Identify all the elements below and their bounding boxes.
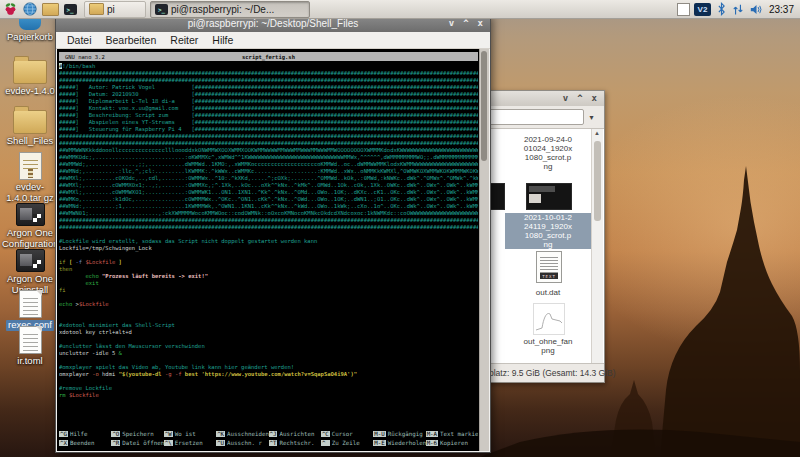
terminal-line: #remove Lockfile — [59, 385, 478, 392]
terminal-launcher-icon[interactable]: >_ — [60, 1, 80, 17]
desktop-icon-shell-files[interactable]: Shell_Files — [2, 106, 58, 147]
terminal-line: ##WMNd;,..........:llc,^,;cl:.........lK… — [59, 168, 478, 175]
terminal-line: ##WMWN01;.....................,:ckXWMMMM… — [59, 210, 478, 217]
menu-reiter[interactable]: Reiter — [163, 34, 205, 46]
document-icon — [19, 290, 42, 318]
terminal-line: Lockfile=/tmp/Schwingen_Lock — [59, 245, 478, 252]
desktop-icon-argon-one-configuration[interactable]: Argon One Configuration — [2, 198, 58, 249]
terminal-line: ##WMNd:,.........;1,..................1K… — [59, 203, 478, 210]
nano-shortcut-hilfe: ^GHilfe — [59, 431, 111, 440]
fm-scrollbar[interactable]: ▲ — [591, 129, 603, 364]
terminal-title: pi@raspberrypi: ~/Desktop/Shell_Files — [56, 18, 490, 29]
terminal-minimize-button[interactable]: v — [449, 19, 454, 28]
terminal-line: ##WMMKOdc;,...........................:o… — [59, 154, 478, 161]
nano-shortcut-datei-ffnen: ^RDatei öffnen — [111, 440, 163, 449]
terminal-line: unclutter -idle 5 & — [59, 350, 478, 357]
nano-shortcut-kopieren: M-6Kopieren — [426, 440, 478, 449]
desktop-icon-label: ir.toml — [17, 356, 42, 367]
nano-shortcut-ersetzen: ^\Ersetzen — [164, 440, 216, 449]
terminal-window: pi@raspberrypi: ~/Desktop/Shell_Files v … — [55, 14, 491, 453]
terminal-line: echo "Prozess läuft bereits -> exit!" — [59, 273, 478, 280]
task-button-label: pi — [107, 4, 115, 15]
terminal-close-button[interactable]: x — [478, 19, 483, 28]
desktop-icon-label: Papierkorb — [7, 32, 53, 43]
network-updown-icon[interactable] — [732, 3, 744, 16]
web-browser-icon[interactable] — [20, 1, 40, 17]
terminal-line: ##WMXl;,........cOWMMXOx1;..,;,.......:O… — [59, 182, 478, 189]
desktop-icon-label: Shell_Files — [7, 136, 53, 147]
terminal-line — [59, 315, 478, 322]
folder-icon — [13, 110, 47, 134]
terminal-line — [59, 378, 478, 385]
terminal-menubar: DateiBearbeitenReiterHilfe — [56, 32, 490, 49]
fm-scrollbar-thumb[interactable] — [594, 141, 601, 221]
nano-shortcut-text-markieren: M-AText markieren — [426, 431, 478, 440]
terminal-scrollbar[interactable] — [479, 49, 489, 451]
terminal-line: omxplayer -o hdmi "$(youtube-dl -g -f be… — [59, 371, 478, 378]
document-icon — [19, 326, 42, 354]
terminal-line: ##WMXl;,.........cOKOdc,..,cdl,.......:O… — [59, 175, 478, 182]
terminal-line: ##WMMWWNKkkddooollcccccccccccccclllooodd… — [59, 147, 478, 154]
nano-shortcut-zu-zeile: ^_Zu Zeile — [321, 440, 373, 449]
fm-maximize-button[interactable]: ^ — [577, 94, 582, 103]
menu-datei[interactable]: Datei — [60, 34, 99, 46]
fm-close-button[interactable]: x — [592, 94, 597, 103]
file-item-scrot-1001-selected[interactable]: 2021-10-01-2 24119_1920x 1080_scrot.p ng — [505, 213, 591, 249]
cpu-monitor[interactable] — [677, 3, 690, 16]
desktop-icon-evdev-1-4-0[interactable]: evdev-1.4.0 — [2, 56, 58, 97]
desktop-icon-label: evdev-1.4.0 — [5, 86, 55, 97]
fm-address-dropdown-button[interactable]: ▾ — [584, 109, 599, 125]
task-button-label: pi@raspberrypi: ~/De... — [171, 4, 274, 15]
file-thumbnail-scrot-1001[interactable] — [526, 183, 572, 210]
terminal-icon: >_ — [155, 4, 168, 15]
terminal-line: if [ -f $Lockfile ] — [59, 259, 478, 266]
nano-shortcut-speichern: ^OSpeichern — [111, 431, 163, 440]
terminal-line: #####] Diplomarbeit L-Tel 18 di-a [#####… — [59, 98, 478, 105]
desktop-icon-rexec-conf[interactable]: rexec.conf — [2, 290, 58, 331]
fm-minimize-button[interactable]: v — [563, 94, 568, 103]
menu-bearbeiten[interactable]: Bearbeiten — [99, 34, 164, 46]
terminal-line: #####] Abspielen eines YT-Streams [#####… — [59, 119, 478, 126]
terminal-line — [59, 252, 478, 259]
file-icon-out-dat[interactable]: TEXT — [536, 251, 562, 283]
desktop-icon-ir-toml[interactable]: ir.toml — [2, 326, 58, 367]
file-item-out-dat[interactable]: out.dat — [505, 288, 591, 297]
file-item-out-ohne-fan[interactable]: out_ohne_fan png — [505, 337, 591, 355]
terminal-line: #Lockfile wird erstellt, sodass das Scri… — [59, 238, 478, 245]
terminal-line: ##WMKo,.........:k1dOc,...............cO… — [59, 196, 478, 203]
file-thumbnail-chart[interactable] — [533, 303, 565, 335]
task-button-file-manager[interactable]: pi — [84, 1, 146, 18]
desktop-icon-evdev-1-4-0-tar-gz[interactable]: evdev-1.4.0.tar gz — [2, 152, 58, 203]
bluetooth-icon[interactable] — [717, 2, 726, 16]
terminal-line: #!/bin/bash — [59, 63, 478, 70]
terminal-body: GNU nano 3.2 script_fertig.sh #!/bin/bas… — [57, 49, 489, 451]
nano-shortcut-wo-ist: ^WWo ist — [164, 431, 216, 440]
task-button-terminal[interactable]: >_pi@raspberrypi: ~/De... — [150, 1, 310, 18]
terminal-screen[interactable]: #!/bin/bash#############################… — [59, 63, 478, 429]
terminal-line: xdotool key ctrl+alt+d — [59, 329, 478, 336]
terminal-line: echo >$Lockfile — [59, 301, 478, 308]
terminal-line — [59, 357, 478, 364]
file-item-scrot-0924[interactable]: 2021-09-24-0 01024_1920x 1080_scrot.p ng — [505, 135, 591, 171]
terminal-maximize-button[interactable]: ^ — [463, 19, 468, 28]
volume-icon[interactable] — [750, 3, 763, 16]
terminal-line: then — [59, 266, 478, 273]
clock: 23:37 — [769, 4, 794, 15]
nano-header: GNU nano 3.2 script_fertig.sh — [59, 52, 478, 61]
argon-app-icon — [16, 203, 45, 226]
terminal-line — [59, 336, 478, 343]
menu-hilfe[interactable]: Hilfe — [205, 34, 240, 46]
folder-icon — [13, 60, 47, 84]
scroll-up-arrow-icon[interactable]: ▲ — [594, 130, 600, 136]
terminal-line: ########################################… — [59, 217, 478, 224]
desktop: Papierkorbevdev-1.4.0Shell_Filesevdev-1.… — [0, 0, 800, 457]
nano-shortcut-rechtschr-: ^TRechtschr. — [269, 440, 321, 449]
folder-icon — [89, 3, 104, 15]
file-manager-icon[interactable] — [40, 1, 60, 17]
archive-icon — [19, 152, 42, 180]
terminal-scrollbar-thumb[interactable] — [481, 51, 487, 161]
raspberry-menu-icon[interactable] — [0, 1, 20, 17]
desktop-icon-argon-one-uninstall[interactable]: Argon One Uninstall — [2, 244, 58, 295]
terminal-line: rm $Lockfile — [59, 392, 478, 399]
vnc-server-icon[interactable]: V2 — [694, 3, 711, 16]
